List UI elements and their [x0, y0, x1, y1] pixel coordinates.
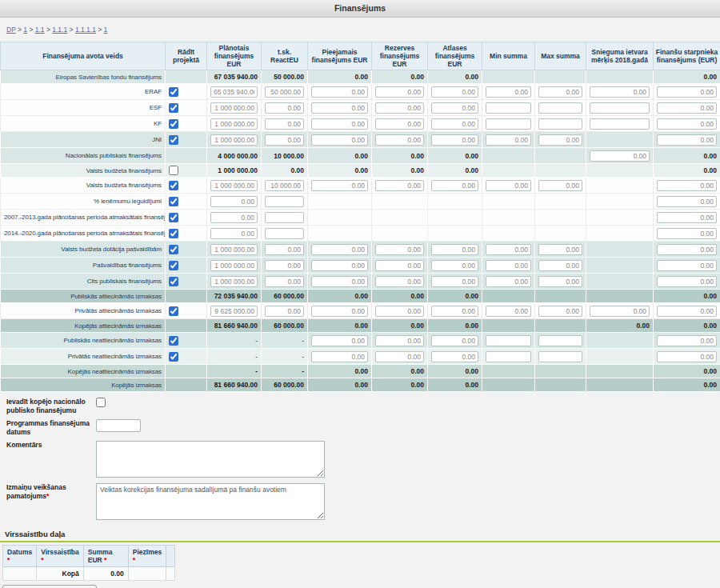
comment-textarea[interactable]	[96, 441, 325, 478]
amount-input[interactable]	[657, 134, 717, 146]
amount-input[interactable]	[375, 260, 424, 271]
justification-textarea[interactable]: Veiktas korekcijas finansējuma sadalījum…	[96, 483, 325, 520]
show-in-project-checkbox[interactable]	[169, 352, 178, 362]
show-in-project-checkbox[interactable]	[169, 87, 178, 97]
amount-input[interactable]	[431, 276, 478, 287]
show-in-project-checkbox[interactable]	[169, 306, 178, 316]
amount-input[interactable]	[375, 102, 424, 114]
amount-input[interactable]	[210, 276, 258, 287]
amount-input[interactable]	[431, 102, 478, 114]
amount-input[interactable]	[486, 244, 531, 255]
amount-input[interactable]	[538, 276, 582, 287]
amount-input[interactable]	[265, 260, 304, 271]
amount-input[interactable]	[265, 276, 304, 287]
amount-input[interactable]	[210, 260, 258, 271]
amount-input[interactable]	[375, 244, 424, 255]
amount-input[interactable]	[431, 306, 478, 317]
amount-input[interactable]	[486, 180, 531, 191]
amount-input[interactable]	[486, 276, 531, 287]
amount-input[interactable]	[657, 86, 717, 98]
amount-input[interactable]	[657, 244, 717, 255]
amount-input[interactable]	[486, 335, 531, 346]
amount-input[interactable]	[590, 102, 650, 114]
show-in-project-checkbox[interactable]	[169, 181, 178, 190]
amount-input[interactable]	[538, 102, 582, 114]
amount-input[interactable]	[657, 228, 717, 239]
amount-input[interactable]	[538, 180, 582, 191]
amount-input[interactable]	[538, 306, 582, 317]
amount-input[interactable]	[265, 86, 304, 98]
amount-input[interactable]	[657, 276, 717, 287]
amount-input[interactable]	[210, 134, 258, 146]
national-funding-checkbox[interactable]	[96, 398, 106, 407]
amount-input[interactable]	[311, 276, 368, 287]
amount-input[interactable]	[538, 118, 582, 130]
amount-input[interactable]	[590, 306, 650, 317]
add-virssaistiba-button[interactable]: [+] Pievienot virssaistību	[2, 585, 97, 588]
amount-input[interactable]	[431, 180, 478, 191]
amount-input[interactable]	[265, 244, 304, 255]
amount-input[interactable]	[210, 86, 258, 98]
amount-input[interactable]	[265, 228, 304, 239]
amount-input[interactable]	[210, 102, 258, 114]
show-in-project-checkbox[interactable]	[169, 336, 178, 346]
amount-input[interactable]	[657, 118, 717, 130]
amount-input[interactable]	[375, 118, 424, 130]
show-in-project-checkbox[interactable]	[169, 229, 178, 238]
show-in-project-checkbox[interactable]	[169, 135, 178, 145]
amount-input[interactable]	[431, 244, 478, 255]
amount-input[interactable]	[265, 102, 304, 114]
amount-input[interactable]	[375, 351, 424, 362]
amount-input[interactable]	[486, 102, 531, 114]
breadcrumb-link[interactable]: 1	[23, 26, 27, 34]
amount-input[interactable]	[486, 351, 531, 362]
breadcrumb-link[interactable]: 1.1.1.1	[75, 26, 96, 34]
amount-input[interactable]	[657, 196, 717, 207]
breadcrumb-link[interactable]: 1.1.1	[52, 26, 67, 34]
amount-input[interactable]	[431, 86, 478, 98]
amount-input[interactable]	[311, 306, 368, 317]
amount-input[interactable]	[486, 260, 531, 271]
amount-input[interactable]	[657, 351, 717, 362]
amount-input[interactable]	[311, 244, 368, 255]
breadcrumb-link[interactable]: 1.1	[35, 26, 45, 34]
amount-input[interactable]	[265, 134, 304, 146]
show-in-project-checkbox[interactable]	[169, 119, 178, 129]
amount-input[interactable]	[311, 118, 368, 130]
amount-input[interactable]	[590, 150, 650, 162]
amount-input[interactable]	[265, 306, 304, 317]
amount-input[interactable]	[431, 335, 478, 346]
amount-input[interactable]	[311, 351, 368, 362]
amount-input[interactable]	[538, 86, 582, 98]
amount-input[interactable]	[431, 118, 478, 130]
show-in-project-checkbox[interactable]	[169, 103, 178, 113]
breadcrumb-link[interactable]: 1	[104, 26, 108, 34]
amount-input[interactable]	[486, 118, 531, 130]
amount-input[interactable]	[657, 102, 717, 114]
amount-input[interactable]	[311, 180, 368, 191]
amount-input[interactable]	[538, 244, 582, 255]
amount-input[interactable]	[311, 102, 368, 114]
amount-input[interactable]	[538, 260, 582, 271]
amount-input[interactable]	[375, 335, 424, 346]
show-in-project-checkbox[interactable]	[169, 197, 178, 206]
show-in-project-checkbox[interactable]	[169, 277, 178, 286]
amount-input[interactable]	[431, 134, 478, 146]
show-in-project-checkbox[interactable]	[169, 261, 178, 270]
amount-input[interactable]	[486, 134, 531, 146]
amount-input[interactable]	[657, 306, 717, 317]
amount-input[interactable]	[265, 180, 304, 191]
amount-input[interactable]	[311, 134, 368, 146]
amount-input[interactable]	[265, 212, 304, 223]
amount-input[interactable]	[265, 118, 304, 130]
amount-input[interactable]	[486, 86, 531, 98]
amount-input[interactable]	[311, 260, 368, 271]
amount-input[interactable]	[375, 276, 424, 287]
amount-input[interactable]	[210, 196, 258, 207]
amount-input[interactable]	[210, 180, 258, 191]
amount-input[interactable]	[210, 244, 258, 255]
amount-input[interactable]	[311, 335, 368, 346]
amount-input[interactable]	[431, 260, 478, 271]
amount-input[interactable]	[265, 196, 304, 207]
amount-input[interactable]	[375, 180, 424, 191]
